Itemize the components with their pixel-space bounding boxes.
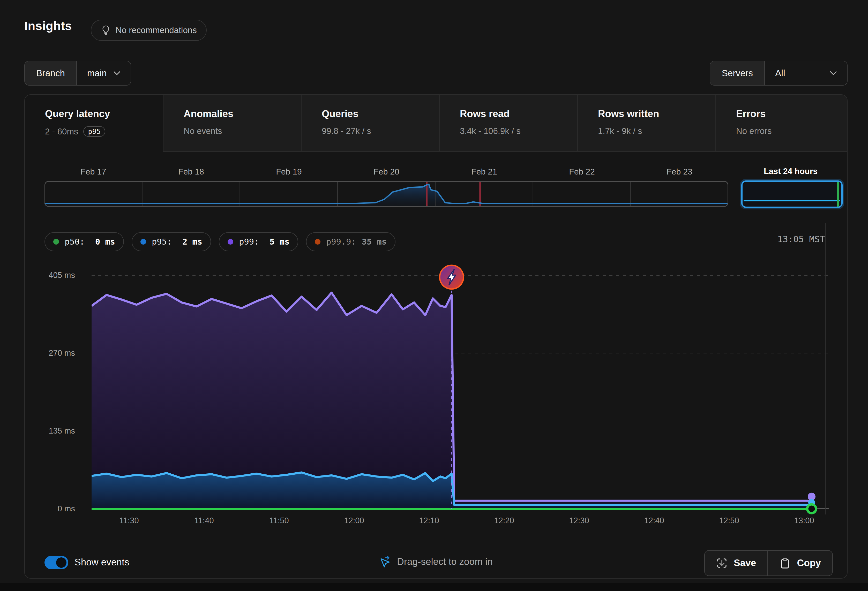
recommendations-badge[interactable]: No recommendations xyxy=(91,20,207,41)
tab-query-latency-range: 2 - 60ms xyxy=(45,127,78,137)
y-tick: 405 ms xyxy=(26,271,75,280)
p99-dot xyxy=(227,239,233,245)
servers-selector-label: Servers xyxy=(710,61,765,85)
tab-rows-read[interactable]: Rows read 3.4k - 106.9k / s xyxy=(439,95,577,152)
metric-tabs: Query latency 2 - 60ms p95 Anomalies No … xyxy=(25,95,847,152)
day-label: Feb 20 xyxy=(360,167,412,177)
x-tick: 12:20 xyxy=(483,516,525,525)
seven-day-sparkline xyxy=(44,181,728,207)
x-tick: 12:40 xyxy=(633,516,675,525)
x-tick: 12:50 xyxy=(709,516,750,525)
recommendations-badge-label: No recommendations xyxy=(116,25,197,35)
show-events-label: Show events xyxy=(74,557,129,568)
branch-dropdown[interactable]: main xyxy=(77,61,131,85)
tab-errors[interactable]: Errors No errors xyxy=(715,95,847,152)
x-tick: 13:00 xyxy=(784,516,825,525)
day-label: Feb 22 xyxy=(556,167,608,177)
clipboard-icon xyxy=(779,557,791,569)
x-tick: 12:10 xyxy=(408,516,450,525)
window-bottom-edge xyxy=(0,583,868,591)
servers-dropdown-value: All xyxy=(775,68,785,78)
chevron-down-icon xyxy=(830,71,837,75)
x-tick: 12:30 xyxy=(558,516,600,525)
legend-p99-9[interactable]: p99.9: 35 ms xyxy=(306,232,396,251)
last24-sparkline xyxy=(744,200,840,201)
x-tick: 11:50 xyxy=(258,516,300,525)
tab-queries[interactable]: Queries 99.8 - 27k / s xyxy=(301,95,439,152)
last-24-hours-label: Last 24 hours xyxy=(739,167,842,176)
p95-dot xyxy=(140,239,146,245)
day-label: Feb 17 xyxy=(68,167,119,177)
x-tick: 11:40 xyxy=(183,516,225,525)
chart-actions: Save Copy xyxy=(704,550,833,576)
branch-selector: Branch main xyxy=(24,61,131,85)
y-tick: 135 ms xyxy=(26,426,75,436)
toggle-knob xyxy=(56,557,66,568)
save-button[interactable]: Save xyxy=(705,551,768,575)
now-indicator-line xyxy=(825,223,825,514)
legend-p95[interactable]: p95: 2 ms xyxy=(131,232,211,251)
page-title: Insights xyxy=(24,19,72,33)
p95-badge: p95 xyxy=(83,126,105,137)
zoom-hint: Drag-select to zoom in xyxy=(379,556,493,568)
day-label: Feb 19 xyxy=(263,167,315,177)
last-24-hours-window[interactable] xyxy=(741,180,843,208)
legend-p99[interactable]: p99: 5 ms xyxy=(219,232,298,251)
y-tick: 0 ms xyxy=(26,504,75,513)
save-download-icon xyxy=(716,557,728,569)
p50-dot xyxy=(53,239,59,245)
lightbulb-icon xyxy=(100,25,111,36)
tab-query-latency[interactable]: Query latency 2 - 60ms p95 xyxy=(25,95,163,152)
show-events-toggle[interactable] xyxy=(44,556,68,569)
p99-9-dot xyxy=(315,239,320,245)
day-label: Feb 18 xyxy=(165,167,217,177)
servers-selector: Servers All xyxy=(710,61,847,85)
zoom-hint-text: Drag-select to zoom in xyxy=(397,556,493,567)
latency-chart[interactable] xyxy=(92,256,841,517)
x-tick: 11:30 xyxy=(108,516,150,525)
tab-rows-written[interactable]: Rows written 1.7k - 9k / s xyxy=(577,95,715,152)
copy-button[interactable]: Copy xyxy=(768,551,832,575)
day-label: Feb 21 xyxy=(458,167,510,177)
tab-anomalies[interactable]: Anomalies No events xyxy=(163,95,301,152)
current-time: 13:05 MST xyxy=(778,234,825,244)
chevron-down-icon xyxy=(114,71,120,75)
branch-selector-label: Branch xyxy=(25,61,77,85)
x-tick: 12:00 xyxy=(334,516,375,525)
branch-dropdown-value: main xyxy=(87,68,107,78)
day-label: Feb 23 xyxy=(654,167,705,177)
insights-page: Insights No recommendations Branch main … xyxy=(0,0,868,591)
legend-p50[interactable]: p50: 0 ms xyxy=(44,232,124,251)
last24-now-marker xyxy=(837,182,839,206)
drag-select-cursor-icon xyxy=(379,556,391,568)
servers-dropdown[interactable]: All xyxy=(765,61,847,85)
seven-day-timeline[interactable] xyxy=(44,181,728,207)
y-tick: 270 ms xyxy=(26,348,75,358)
percentile-legend: p50: 0 ms p95: 2 ms p99: 5 ms p99.9: 35 … xyxy=(44,232,396,251)
